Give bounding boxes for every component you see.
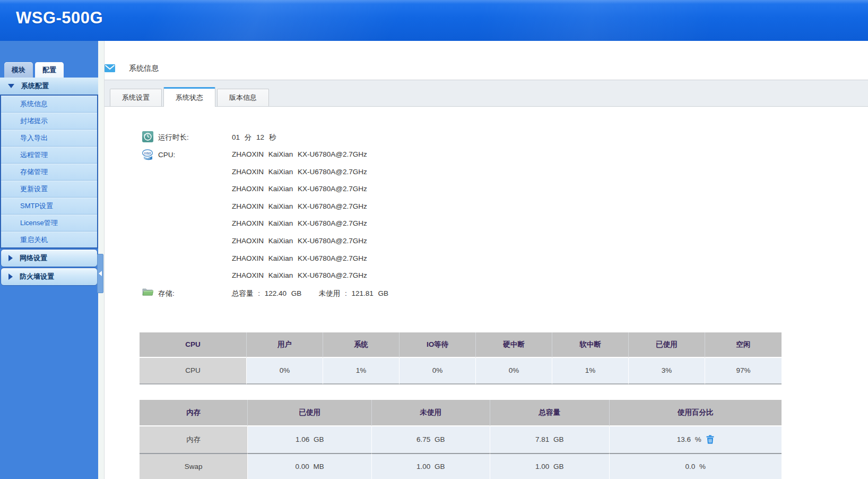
cpu-model-line: ZHAOXIN KaiXian KX-U6780A@2.7GHz [232, 233, 367, 250]
uptime-clock-icon [142, 131, 153, 142]
column-header: 硬中断 [476, 332, 552, 358]
table-row: CPU 0% 1% 0% 0% 1% 3% 97% [140, 358, 782, 384]
storage-values: 总容量 : 122.40 GB 未使用 : 121.81 GB [232, 285, 388, 302]
table-cell: 0% [247, 358, 323, 384]
sidebar-gutter [98, 41, 105, 479]
chevron-right-icon [8, 255, 13, 261]
app-header: WSG-500G [0, 0, 868, 41]
column-header: 已使用 [248, 400, 372, 426]
sidebar-group-firewall-settings[interactable]: 防火墙设置 [1, 268, 98, 286]
storage-label: 存储: [158, 285, 232, 302]
table-cell: 6.75 GB [372, 426, 490, 453]
column-header: 空闲 [705, 332, 782, 358]
memory-usage-percent: 13.6 % [677, 435, 701, 443]
page-title: 系统信息 [129, 64, 159, 73]
column-header: 总容量 [490, 400, 610, 426]
sidebar-item-update-settings[interactable]: 更新设置 [1, 181, 97, 198]
table-cell: 3% [629, 358, 705, 384]
table-header-row: 内存 已使用 未使用 总容量 使用百分比 [140, 400, 782, 426]
row-header-cell: CPU [140, 358, 247, 384]
cpu-model-line: ZHAOXIN KaiXian KX-U6780A@2.7GHz [232, 181, 367, 198]
sidebar-tab-modules[interactable]: 模块 [4, 62, 33, 78]
table-cell: 0.0 % [610, 453, 782, 479]
column-header: 软中断 [552, 332, 629, 358]
mail-icon [105, 64, 115, 72]
uptime-label: 运行时长: [158, 129, 232, 146]
table-cell: 1.06 GB [248, 426, 372, 453]
table-cell: 97% [705, 358, 782, 384]
column-header: 内存 [140, 400, 248, 426]
cpu-model-line: ZHAOXIN KaiXian KX-U6780A@2.7GHz [232, 267, 367, 285]
trash-icon [706, 435, 714, 444]
column-header: 系统 [323, 332, 400, 358]
storage-folder-icon [142, 287, 153, 296]
storage-total: 总容量 : 122.40 GB [232, 285, 314, 302]
tab-version-info[interactable]: 版本信息 [217, 89, 269, 106]
sidebar-group-label: 系统配置 [21, 81, 49, 91]
row-header-cell: 内存 [140, 426, 248, 453]
cpu-row: intel Atom CPU: ZHAOXIN KaiXian KX-U6780… [105, 146, 868, 285]
tab-system-status[interactable]: 系统状态 [163, 87, 215, 107]
table-cell: 0.00 MB [248, 453, 372, 479]
cpu-model-line: ZHAOXIN KaiXian KX-U6780A@2.7GHz [232, 215, 367, 233]
table-header-row: CPU 用户 系统 IO等待 硬中断 软中断 已使用 空闲 [140, 332, 782, 358]
table-cell: 1.00 GB [490, 453, 610, 479]
layout: 模块 配置 系统配置 系统信息 封堵提示 导入导出 远程管理 存储管理 更新设置… [0, 41, 868, 479]
content-panel: 系统设置 系统状态 版本信息 运行时长: 01 分 12 秒 [105, 80, 868, 479]
row-header-cell: Swap [140, 453, 248, 479]
sidebar-tree: 系统配置 系统信息 封堵提示 导入导出 远程管理 存储管理 更新设置 SMTP设… [0, 78, 98, 286]
sidebar-tab-config[interactable]: 配置 [35, 62, 64, 78]
sidebar-item-block-notice[interactable]: 封堵提示 [1, 113, 97, 130]
sidebar-item-storage-mgmt[interactable]: 存储管理 [1, 164, 97, 181]
cpu-model-line: ZHAOXIN KaiXian KX-U6780A@2.7GHz [232, 198, 367, 216]
sidebar-group-system-config[interactable]: 系统配置 [0, 78, 98, 96]
sidebar-item-license-mgmt[interactable]: License管理 [1, 215, 97, 232]
tab-strip: 系统设置 系统状态 版本信息 [105, 80, 868, 107]
table-cell: 0% [476, 358, 552, 384]
table-row-swap: Swap 0.00 MB 1.00 GB 1.00 GB 0.0 % [140, 453, 782, 479]
cpu-model-line: ZHAOXIN KaiXian KX-U6780A@2.7GHz [232, 250, 367, 268]
sidebar-item-reboot-shutdown[interactable]: 重启关机 [1, 232, 97, 249]
svg-text:intel: intel [144, 151, 151, 155]
chevron-right-icon [8, 273, 13, 280]
memory-table: 内存 已使用 未使用 总容量 使用百分比 内存 1.06 GB 6.75 GB [140, 400, 782, 479]
table-cell: 1% [323, 358, 400, 384]
sidebar-item-system-info[interactable]: 系统信息 [1, 96, 97, 113]
sidebar-item-import-export[interactable]: 导入导出 [1, 130, 97, 147]
uptime-row: 运行时长: 01 分 12 秒 [105, 129, 868, 146]
storage-free: 未使用 : 121.81 GB [319, 289, 388, 297]
sidebar-tabs: 模块 配置 [0, 41, 98, 78]
sidebar-item-smtp-settings[interactable]: SMTP设置 [1, 198, 97, 215]
chevron-down-icon [8, 84, 14, 88]
cpu-model-line: ZHAOXIN KaiXian KX-U6780A@2.7GHz [232, 164, 367, 181]
column-header: CPU [140, 332, 247, 358]
table-cell: 7.81 GB [490, 426, 610, 453]
collapse-arrow-icon [99, 271, 102, 276]
sidebar-item-remote-mgmt[interactable]: 远程管理 [1, 147, 97, 164]
cpu-label: CPU: [158, 146, 232, 164]
storage-row: 存储: 总容量 : 122.40 GB 未使用 : 121.81 GB [105, 285, 868, 302]
sidebar-collapse-handle[interactable] [97, 254, 103, 293]
sidebar: 模块 配置 系统配置 系统信息 封堵提示 导入导出 远程管理 存储管理 更新设置… [0, 41, 98, 479]
column-header: IO等待 [400, 332, 476, 358]
sidebar-group-label: 防火墙设置 [20, 272, 54, 281]
cpu-intel-icon: intel Atom [142, 149, 153, 160]
column-header: 未使用 [372, 400, 490, 426]
column-header: 使用百分比 [610, 400, 782, 426]
cpu-usage-table: CPU 用户 系统 IO等待 硬中断 软中断 已使用 空闲 CPU [140, 332, 782, 384]
svg-text:Atom: Atom [143, 157, 150, 160]
main-content: 系统信息 系统设置 系统状态 版本信息 [105, 41, 868, 479]
uptime-value: 01 分 12 秒 [232, 129, 276, 146]
page-head: 系统信息 [105, 41, 868, 80]
table-cell: 1% [552, 358, 629, 384]
table-cell: 0% [400, 358, 476, 384]
app-title: WSG-500G [16, 8, 103, 28]
column-header: 用户 [247, 332, 323, 358]
tab-system-settings[interactable]: 系统设置 [110, 89, 162, 106]
clear-memory-button[interactable] [706, 435, 714, 444]
cpu-model-line: ZHAOXIN KaiXian KX-U6780A@2.7GHz [232, 146, 367, 164]
table-cell: 13.6 % [610, 426, 782, 453]
panel-body: 运行时长: 01 分 12 秒 intel Atom CPU: ZHAOXIN … [105, 107, 868, 479]
sidebar-group-network-settings[interactable]: 网络设置 [1, 249, 98, 267]
sidebar-group-items: 系统信息 封堵提示 导入导出 远程管理 存储管理 更新设置 SMTP设置 Lic… [0, 96, 98, 249]
